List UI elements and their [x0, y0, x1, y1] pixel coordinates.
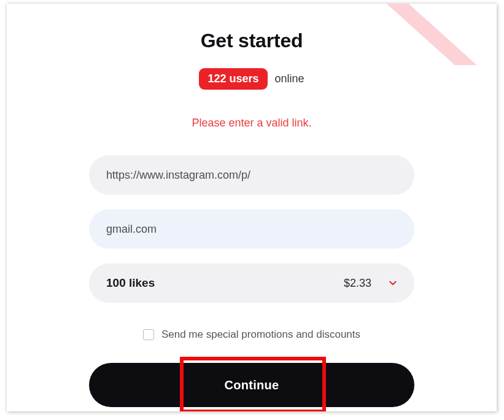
promotions-checkbox[interactable]: [143, 329, 154, 340]
online-label: online: [275, 72, 304, 85]
promotions-label: Send me special promotions and discounts: [161, 329, 360, 341]
page-title: Get started: [201, 29, 303, 52]
product-price: $2.33: [344, 277, 371, 290]
promotions-row: Send me special promotions and discounts: [143, 329, 360, 341]
chevron-down-icon: [389, 279, 397, 287]
form-fields: 100 likes $2.33: [89, 155, 414, 303]
product-select[interactable]: 100 likes $2.33: [89, 263, 414, 303]
users-count-badge: 122 users: [199, 68, 267, 90]
product-label: 100 likes: [106, 276, 155, 290]
email-input[interactable]: [89, 209, 414, 249]
error-message: Please enter a valid link.: [192, 117, 311, 130]
link-input[interactable]: [89, 155, 414, 195]
continue-button[interactable]: Continue: [89, 363, 414, 407]
get-started-card: Get started 122 users online Please ente…: [7, 4, 497, 411]
svg-rect-1: [386, 4, 492, 65]
users-online-row: 122 users online: [199, 68, 304, 90]
corner-decoration-graphic: [386, 4, 497, 65]
continue-button-wrap: Continue: [89, 363, 414, 407]
